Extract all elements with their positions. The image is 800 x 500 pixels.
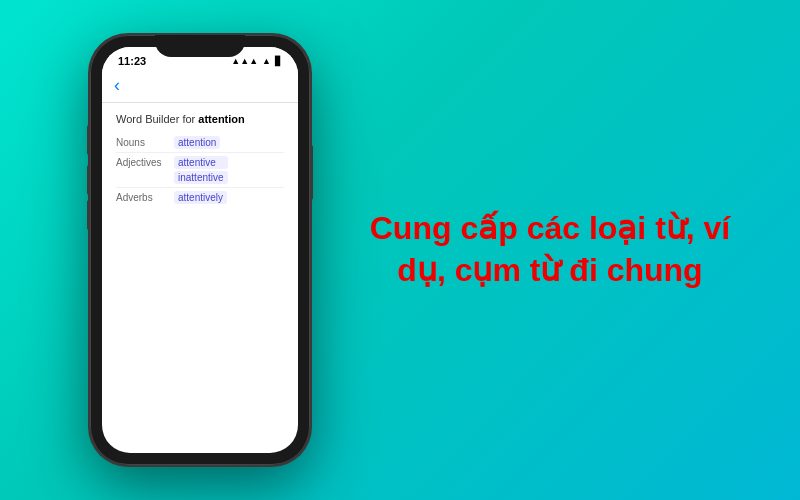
phone-notch <box>155 35 245 57</box>
phone-screen: 11:23 ▲▲▲ ▲ ▊ ‹ Word Builder for attenti… <box>102 47 298 453</box>
word-type-adverbs: Adverbs <box>116 191 174 203</box>
word-builder-word: attention <box>198 113 244 125</box>
status-icons: ▲▲▲ ▲ ▊ <box>231 56 282 66</box>
word-entries-nouns: attention <box>174 136 220 149</box>
back-arrow-icon[interactable]: ‹ <box>114 75 120 96</box>
word-entries-adjectives: attentive inattentive <box>174 156 228 184</box>
nav-bar: ‹ <box>102 71 298 103</box>
text-overlay: Cung cấp các loại từ, ví dụ, cụm từ đi c… <box>360 208 740 291</box>
word-link-inattentive[interactable]: inattentive <box>174 171 228 184</box>
scene: 11:23 ▲▲▲ ▲ ▊ ‹ Word Builder for attenti… <box>0 0 800 500</box>
word-link-attention[interactable]: attention <box>174 136 220 149</box>
word-link-attentively[interactable]: attentively <box>174 191 227 204</box>
wifi-icon: ▲ <box>262 56 271 66</box>
word-type-nouns: Nouns <box>116 136 174 148</box>
word-row-adverbs: Adverbs attentively <box>116 188 284 207</box>
phone-frame: 11:23 ▲▲▲ ▲ ▊ ‹ Word Builder for attenti… <box>90 35 310 465</box>
word-builder-title: Word Builder for attention <box>116 113 284 125</box>
word-builder-prefix: Word Builder for <box>116 113 198 125</box>
screen-content: Word Builder for attention Nouns attenti… <box>102 103 298 217</box>
signal-icon: ▲▲▲ <box>231 56 258 66</box>
word-row-adjectives: Adjectives attentive inattentive <box>116 153 284 188</box>
status-time: 11:23 <box>118 55 146 67</box>
word-type-adjectives: Adjectives <box>116 156 174 168</box>
word-entries-adverbs: attentively <box>174 191 227 204</box>
overlay-text: Cung cấp các loại từ, ví dụ, cụm từ đi c… <box>360 208 740 291</box>
battery-icon: ▊ <box>275 56 282 66</box>
word-row-nouns: Nouns attention <box>116 133 284 153</box>
word-link-attentive[interactable]: attentive <box>174 156 228 169</box>
